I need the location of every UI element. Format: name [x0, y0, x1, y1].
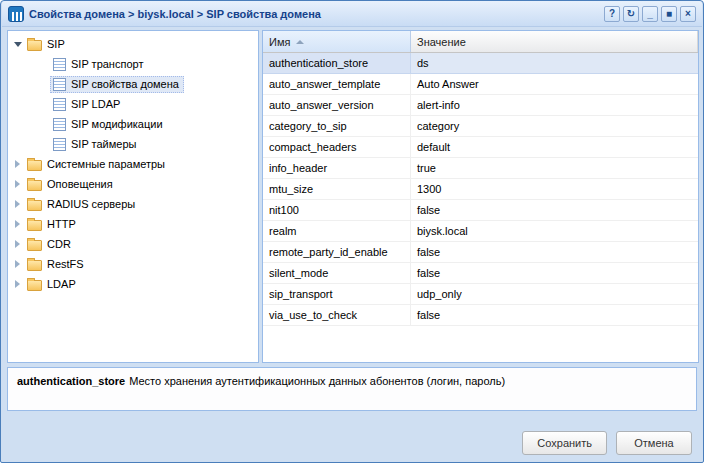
collapse-icon[interactable]	[11, 42, 24, 47]
tree-node-label: SIP	[47, 38, 65, 50]
tree-node-folder[interactable]: RestFS	[8, 254, 258, 274]
property-name-cell: silent_mode	[263, 263, 411, 283]
property-value-cell[interactable]: false	[411, 305, 698, 325]
property-value-cell[interactable]: ds	[411, 53, 698, 73]
property-value-cell[interactable]: false	[411, 200, 698, 220]
property-row[interactable]: compact_headersdefault	[263, 137, 698, 158]
folder-icon	[27, 200, 42, 211]
properties-grid: Имя Значение authentication_storedsauto_…	[262, 30, 699, 363]
settings-tree: SIPSIP транспортSIP свойства доменаSIP L…	[7, 30, 259, 363]
property-row[interactable]: info_headertrue	[263, 158, 698, 179]
window-titlebar[interactable]: Свойства домена > biysk.local > SIP свой…	[2, 1, 702, 27]
tree-node-body[interactable]: RADIUS серверы	[24, 196, 140, 213]
domain-properties-window: Свойства домена > biysk.local > SIP свой…	[0, 0, 704, 463]
expand-icon[interactable]	[11, 160, 24, 168]
settings-list-icon	[53, 58, 66, 71]
save-button[interactable]: Сохранить	[522, 431, 607, 455]
property-row[interactable]: auto_answer_versionalert-info	[263, 95, 698, 116]
tree-node-folder[interactable]: CDR	[8, 234, 258, 254]
minimize-button[interactable]: _	[642, 6, 658, 22]
property-value-cell[interactable]: alert-info	[411, 95, 698, 115]
tree-node-sip-root[interactable]: SIP	[8, 34, 258, 54]
folder-icon	[27, 240, 42, 251]
expand-icon[interactable]	[11, 240, 24, 248]
property-row[interactable]: via_use_to_checkfalse	[263, 305, 698, 326]
tree-node[interactable]: SIP таймеры	[8, 134, 258, 154]
tree-node-body[interactable]: SIP свойства домена	[50, 76, 184, 93]
sort-asc-icon	[296, 40, 304, 44]
property-row[interactable]: silent_modefalse	[263, 263, 698, 284]
tree-node-body[interactable]: HTTP	[24, 216, 81, 233]
help-button[interactable]: ?	[604, 6, 620, 22]
property-name-cell: realm	[263, 221, 411, 241]
close-button[interactable]: ×	[680, 6, 696, 22]
tree-node-body[interactable]: Оповещения	[24, 176, 118, 193]
expand-icon[interactable]	[11, 260, 24, 268]
column-header-value[interactable]: Значение	[411, 31, 698, 52]
tree-node-body[interactable]: SIP LDAP	[50, 96, 125, 113]
property-row[interactable]: mtu_size1300	[263, 179, 698, 200]
tree-node[interactable]: SIP свойства домена	[8, 74, 258, 94]
app-logo-icon	[8, 6, 24, 22]
property-value-cell[interactable]: false	[411, 242, 698, 262]
property-name-cell: mtu_size	[263, 179, 411, 199]
property-value-cell[interactable]: 1300	[411, 179, 698, 199]
property-row[interactable]: nit100false	[263, 200, 698, 221]
property-name-cell: auto_answer_version	[263, 95, 411, 115]
tree-node-folder[interactable]: HTTP	[8, 214, 258, 234]
tree-node-body[interactable]: SIP таймеры	[50, 136, 141, 153]
property-value-cell[interactable]: category	[411, 116, 698, 136]
tree-node-body[interactable]: SIP транспорт	[50, 56, 148, 73]
footer-toolbar: Сохранить Отмена	[522, 431, 692, 455]
tree-node-body[interactable]: LDAP	[24, 276, 81, 293]
property-value-cell[interactable]: udp_only	[411, 284, 698, 304]
tree-node-body[interactable]: SIP	[24, 36, 70, 53]
refresh-button[interactable]: ↻	[623, 6, 639, 22]
column-header-value-label: Значение	[417, 36, 466, 48]
tree-node-label: SIP модификации	[71, 118, 163, 130]
property-description-text: Место хранения аутентификационных данных…	[129, 375, 505, 387]
property-name-cell: compact_headers	[263, 137, 411, 157]
property-row[interactable]: category_to_sipcategory	[263, 116, 698, 137]
tree-node-folder[interactable]: Оповещения	[8, 174, 258, 194]
column-header-name-label: Имя	[269, 36, 290, 48]
property-row[interactable]: authentication_storeds	[263, 53, 698, 74]
grid-body: authentication_storedsauto_answer_templa…	[263, 53, 698, 326]
cancel-button[interactable]: Отмена	[616, 431, 692, 455]
property-value-cell[interactable]: default	[411, 137, 698, 157]
property-row[interactable]: realmbiysk.local	[263, 221, 698, 242]
tree-node[interactable]: SIP LDAP	[8, 94, 258, 114]
tree-node-body[interactable]: RestFS	[24, 256, 89, 273]
expand-icon[interactable]	[11, 200, 24, 208]
expand-icon[interactable]	[11, 280, 24, 288]
property-row[interactable]: remote_party_id_enablefalse	[263, 242, 698, 263]
tree-node-body[interactable]: Системные параметры	[24, 156, 170, 173]
tree-node-folder[interactable]: Системные параметры	[8, 154, 258, 174]
column-header-name[interactable]: Имя	[263, 31, 411, 52]
maximize-button[interactable]: ■	[661, 6, 677, 22]
tree-node-body[interactable]: CDR	[24, 236, 76, 253]
expand-icon[interactable]	[11, 220, 24, 228]
folder-icon	[27, 260, 42, 271]
tree-node-label: HTTP	[47, 218, 76, 230]
tree-node-label: RADIUS серверы	[47, 198, 135, 210]
property-description-panel: authentication_storeМесто хранения аутен…	[7, 367, 697, 411]
property-value-cell[interactable]: Auto Answer	[411, 74, 698, 94]
window-title: Свойства домена > biysk.local > SIP свой…	[29, 8, 321, 20]
tree-node-body[interactable]: SIP модификации	[50, 116, 168, 133]
property-value-cell[interactable]: biysk.local	[411, 221, 698, 241]
tree-node-label: SIP свойства домена	[71, 78, 179, 90]
property-row[interactable]: sip_transportudp_only	[263, 284, 698, 305]
tree-node[interactable]: SIP модификации	[8, 114, 258, 134]
tree-node-label: CDR	[47, 238, 71, 250]
folder-icon	[27, 280, 42, 291]
folder-icon	[27, 160, 42, 171]
tree-node-folder[interactable]: RADIUS серверы	[8, 194, 258, 214]
property-row[interactable]: auto_answer_templateAuto Answer	[263, 74, 698, 95]
folder-icon	[27, 220, 42, 231]
tree-node-folder[interactable]: LDAP	[8, 274, 258, 294]
property-value-cell[interactable]: false	[411, 263, 698, 283]
property-value-cell[interactable]: true	[411, 158, 698, 178]
expand-icon[interactable]	[11, 180, 24, 188]
tree-node[interactable]: SIP транспорт	[8, 54, 258, 74]
